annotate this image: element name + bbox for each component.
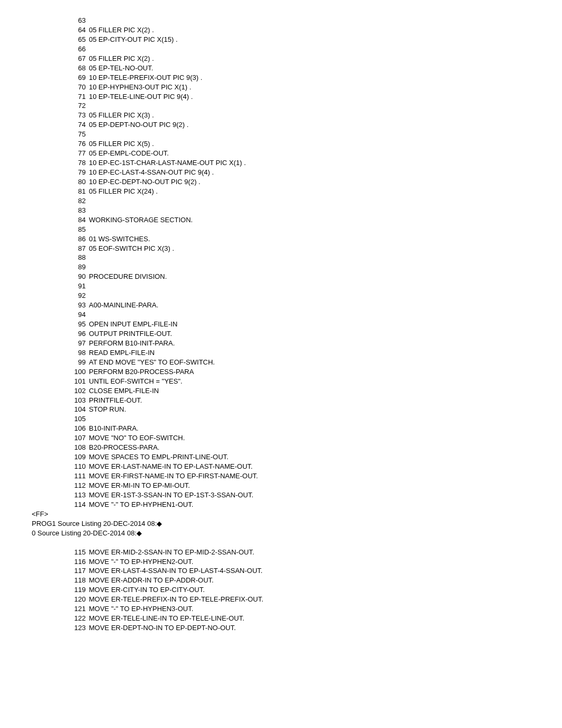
code-line: 121MOVE "-" TO EP-HYPHEN3-OUT. (66, 604, 562, 614)
code-line: 8010 EP-EC-DEPT-NO-OUT PIC 9(2) . (66, 177, 562, 187)
code-line: 7110 EP-TELE-LINE-OUT PIC 9(4) . (66, 92, 562, 102)
line-number: 90 (66, 272, 86, 281)
code-line: 97PERFORM B10-INIT-PARA. (66, 339, 562, 348)
line-number: 103 (66, 396, 86, 405)
code-line: 114MOVE "-" TO EP-HYPHEN1-OUT. (66, 500, 562, 509)
line-number: 77 (66, 149, 86, 158)
code-line: 7605 FILLER PIC X(5) . (66, 139, 562, 149)
code-line: 88 (66, 253, 562, 262)
code-line: 6405 FILLER PIC X(2) . (66, 25, 562, 35)
code-line: 94 (66, 310, 562, 320)
line-number: 70 (66, 83, 86, 92)
code-line: 7910 EP-EC-LAST-4-SSAN-OUT PIC 9(4) . (66, 168, 562, 177)
line-number: 93 (66, 301, 86, 310)
line-number: 86 (66, 234, 86, 244)
code-line: 119MOVE ER-CITY-IN TO EP-CITY-OUT. (66, 585, 562, 595)
header-text-2: 0 Source Listing 20-DEC-2014 08:◆ (32, 529, 142, 537)
code-line: 7705 EP-EMPL-CODE-OUT. (66, 149, 562, 158)
code-line: 66 (66, 44, 562, 54)
line-number: 68 (66, 63, 86, 73)
code-line: 82 (66, 196, 562, 206)
listing-header-1: PROG1 Source Listing 20-DEC-2014 08:◆ (32, 519, 562, 529)
line-number: 112 (66, 481, 86, 490)
line-text: 10 EP-EC-LAST-4-SSAN-OUT PIC 9(4) . (89, 168, 214, 177)
line-text: 05 EP-EMPL-CODE-OUT. (89, 149, 169, 158)
line-number: 122 (66, 614, 86, 623)
line-text: OPEN INPUT EMPL-FILE-IN (89, 320, 177, 329)
line-number: 105 (66, 414, 86, 424)
line-number: 102 (66, 386, 86, 396)
line-text: MOVE ER-TELE-PREFIX-IN TO EP-TELE-PREFIX… (89, 595, 264, 604)
line-text: WORKING-STORAGE SECTION. (89, 215, 193, 225)
line-number: 91 (66, 281, 86, 291)
code-line: 93A00-MAINLINE-PARA. (66, 301, 562, 310)
line-number: 92 (66, 291, 86, 301)
line-text: MOVE ER-TELE-LINE-IN TO EP-TELE-LINE-OUT… (89, 614, 244, 623)
line-number: 118 (66, 576, 86, 585)
line-text: PRINTFILE-OUT. (89, 396, 142, 405)
line-number: 79 (66, 168, 86, 177)
code-line: 6705 FILLER PIC X(2) . (66, 54, 562, 63)
line-text: PERFORM B20-PROCESS-PARA (89, 367, 194, 377)
code-line: 122MOVE ER-TELE-LINE-IN TO EP-TELE-LINE-… (66, 614, 562, 623)
line-number: 76 (66, 139, 86, 149)
line-number: 96 (66, 329, 86, 339)
line-number: 94 (66, 310, 86, 320)
line-number: 111 (66, 471, 86, 481)
line-text: 01 WS-SWITCHES. (89, 234, 150, 244)
line-number: 87 (66, 244, 86, 253)
line-text: 05 FILLER PIC X(2) . (89, 54, 154, 63)
line-text: MOVE "-" TO EP-HYPHEN1-OUT. (89, 500, 193, 509)
line-text: 05 EP-DEPT-NO-OUT PIC 9(2) . (89, 120, 188, 130)
code-line: 8705 EOF-SWITCH PIC X(3) . (66, 244, 562, 253)
code-line: 105 (66, 414, 562, 424)
line-text: 05 FILLER PIC X(24) . (89, 187, 158, 196)
code-line: 85 (66, 225, 562, 234)
line-text: MOVE ER-MI-IN TO EP-MI-OUT. (89, 481, 190, 490)
code-line: 84WORKING-STORAGE SECTION. (66, 215, 562, 225)
line-text: PERFORM B10-INIT-PARA. (89, 339, 175, 348)
code-line: 101UNTIL EOF-SWITCH = "YES". (66, 377, 562, 386)
code-line: 83 (66, 206, 562, 215)
line-number: 63 (66, 16, 86, 25)
line-text: MOVE ER-DEPT-NO-IN TO EP-DEPT-NO-OUT. (89, 623, 236, 633)
line-text: MOVE "-" TO EP-HYPHEN3-OUT. (89, 604, 193, 614)
line-number: 85 (66, 225, 86, 234)
code-line: 63 (66, 16, 562, 25)
line-number: 108 (66, 443, 86, 452)
code-line: 7405 EP-DEPT-NO-OUT PIC 9(2) . (66, 120, 562, 130)
line-number: 95 (66, 320, 86, 329)
line-text: B10-INIT-PARA. (89, 424, 139, 433)
code-line: 6505 EP-CITY-OUT PIC X(15) . (66, 35, 562, 44)
code-line: 6910 EP-TELE-PREFIX-OUT PIC 9(3) . (66, 73, 562, 83)
line-number: 83 (66, 206, 86, 215)
line-number: 99 (66, 358, 86, 367)
line-number: 117 (66, 566, 86, 576)
line-number: 120 (66, 595, 86, 604)
line-number: 67 (66, 54, 86, 63)
code-line: 120MOVE ER-TELE-PREFIX-IN TO EP-TELE-PRE… (66, 595, 562, 604)
line-number: 78 (66, 158, 86, 168)
listing-header-2: 0 Source Listing 20-DEC-2014 08:◆ (32, 529, 562, 538)
line-text: PROCEDURE DIVISION. (89, 272, 167, 281)
line-text: MOVE ER-LAST-4-SSAN-IN TO EP-LAST-4-SSAN… (89, 566, 262, 576)
line-text: 05 FILLER PIC X(5) . (89, 139, 154, 149)
code-line: 8601 WS-SWITCHES. (66, 234, 562, 244)
line-number: 72 (66, 101, 86, 111)
line-number: 84 (66, 215, 86, 225)
line-text: 05 FILLER PIC X(3) . (89, 111, 154, 120)
line-number: 116 (66, 557, 86, 567)
code-line: 115MOVE ER-MID-2-SSAN-IN TO EP-MID-2-SSA… (66, 548, 562, 557)
code-line: 117MOVE ER-LAST-4-SSAN-IN TO EP-LAST-4-S… (66, 566, 562, 576)
line-number: 98 (66, 348, 86, 358)
line-number: 115 (66, 548, 86, 557)
line-number: 80 (66, 177, 86, 187)
line-number: 110 (66, 462, 86, 471)
code-line: 7810 EP-EC-1ST-CHAR-LAST-NAME-OUT PIC X(… (66, 158, 562, 168)
form-feed-marker: <FF> (32, 509, 562, 519)
line-text: 10 EP-EC-1ST-CHAR-LAST-NAME-OUT PIC X(1)… (89, 158, 246, 168)
code-line: 89 (66, 262, 562, 272)
code-line: 91 (66, 281, 562, 291)
code-line: 72 (66, 101, 562, 111)
code-block-2: 115MOVE ER-MID-2-SSAN-IN TO EP-MID-2-SSA… (32, 548, 562, 633)
